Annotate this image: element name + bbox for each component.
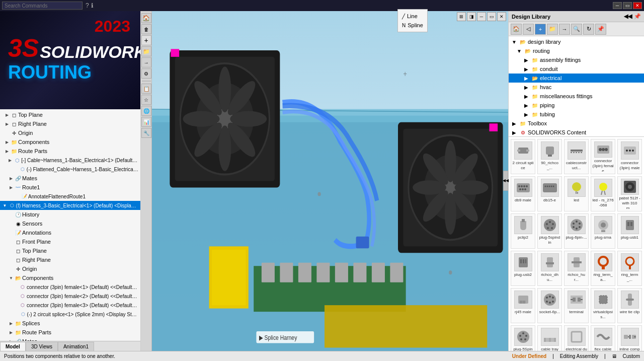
viewport-btn-shaded[interactable]: ◨ (467, 12, 476, 21)
part-db9-male[interactable]: db9 male (511, 176, 535, 211)
collapse-panel-icon[interactable]: ◀◀ (624, 13, 632, 20)
tab-animation1[interactable]: Animation1 (58, 342, 94, 351)
part-plug5spind[interactable]: plug-5Spind... (511, 325, 535, 351)
tree-toggle[interactable]: ▶ (4, 112, 10, 118)
part-flex-cable[interactable]: flex cable (591, 325, 615, 351)
part-terminal[interactable]: terminal (564, 288, 589, 323)
part-electrical-ducting[interactable]: electrical ducting (564, 325, 589, 351)
lib-refresh-btn[interactable]: ↻ (583, 24, 594, 35)
view-trash-btn[interactable]: 🗑 (141, 24, 151, 34)
part-richco-dhu[interactable]: richco_dhu... (537, 251, 562, 286)
part-plug-sma[interactable]: plug-sma (591, 213, 615, 249)
tree-item-flattened-cable[interactable]: ⬡ (-) Flattened_Cable~Harness_1-Basic_El… (0, 165, 140, 174)
part-led[interactable]: led (564, 176, 589, 211)
tree-item-origin[interactable]: ✛ Origin (0, 128, 140, 137)
tree-item-mates[interactable]: ▶ 🔗 Mates (0, 174, 140, 183)
part-2circuit-splice[interactable]: 2 circuit splice (511, 139, 535, 174)
lib-item-design-library[interactable]: ▼ 📂 design library (509, 37, 644, 46)
tree-item-components[interactable]: ▶ 📁 Components (0, 137, 140, 147)
lib-arrow-btn[interactable]: → (559, 24, 570, 35)
lib-folder-btn[interactable]: 📁 (547, 24, 558, 35)
tree-toggle[interactable]: ▶ (8, 320, 14, 326)
library-tree[interactable]: ▼ 📂 design library ▼ 📂 routing ▶ 📁 assem… (509, 36, 644, 137)
part-ring-term-a[interactable]: ring_term_a... (591, 251, 615, 286)
part-cable-tray[interactable]: cable tray (537, 325, 562, 351)
lib-search-btn[interactable]: 🔍 (571, 24, 582, 35)
tree-toggle[interactable]: ▼ (2, 202, 8, 208)
line-tool[interactable]: ╱ Line (402, 12, 423, 21)
tree-item-sensors[interactable]: ◉ Sensors (0, 219, 140, 228)
tree-item-connector-female2[interactable]: ⬡ connector (3pin) female<2> (Default) <… (0, 292, 140, 301)
minimize-button[interactable]: ─ (613, 2, 622, 9)
help-icon[interactable]: ? (86, 2, 89, 9)
tree-toggle[interactable]: ▶ (4, 139, 10, 145)
tree-item-components2[interactable]: ▼ 📂 Components (0, 273, 140, 282)
lib-item-misc-fittings[interactable]: ▶ 📁 miscellaneous fittings (509, 92, 644, 101)
viewport[interactable]: ⊞ ◨ ─ ▭ ✕ (141, 11, 508, 351)
part-plug5spindin[interactable]: plug-5spindin (537, 213, 562, 249)
part-plug-usb1[interactable]: plug-usb1 (617, 213, 642, 249)
lib-home-btn[interactable]: 🏠 (511, 24, 522, 35)
tree-item-top-plane[interactable]: ▶ ◻ Top Plane (0, 110, 140, 119)
tree-item-origin2[interactable]: ✛ Origin (0, 264, 140, 273)
part-plug6pin[interactable]: plug-6pin-... (564, 213, 589, 249)
tree-toggle[interactable]: ▶ (7, 157, 13, 163)
tree-item-splices[interactable]: ▶ 📁 Splices (0, 319, 140, 328)
tab-3d-views[interactable]: 3D Views (26, 342, 58, 351)
viewport-btn-close[interactable]: ✕ (497, 12, 506, 21)
search-commands-input[interactable] (2, 2, 83, 10)
part-wire-tie-clip[interactable]: wire tie clip (617, 288, 642, 323)
close-button[interactable]: ✕ (633, 2, 642, 9)
part-ring-term-b[interactable]: ring_term_... (617, 251, 642, 286)
tree-item-history[interactable]: 🕐 History (0, 210, 140, 219)
part-cableconstruct[interactable]: cableconstruct... (564, 139, 589, 174)
tree-item-top-plane2[interactable]: ◻ Top Plane (0, 246, 140, 255)
lib-pin-btn[interactable]: 📌 (595, 24, 606, 35)
tree-toggle[interactable]: ▶ (8, 329, 14, 335)
tree-item-annotate-route[interactable]: 📝 AnnotateFlattenedRoute1 (0, 192, 140, 201)
view-star-btn[interactable]: ☆ (141, 95, 151, 105)
part-inline-components[interactable]: inline components (617, 325, 642, 351)
lib-item-hvac[interactable]: ▶ 📁 hvac (509, 83, 644, 92)
view-add-btn[interactable]: + (141, 35, 151, 45)
view-settings-btn[interactable]: ⚙ (141, 68, 151, 79)
parts-grid[interactable]: 2 circuit splice 90_richco_... cablecons… (509, 137, 644, 351)
tree-item-right-plane[interactable]: ▶ ◻ Right Plane (0, 119, 140, 128)
tree-item-mates2[interactable]: ▶ 🔗 Mates (0, 337, 140, 341)
feature-tree[interactable]: ▶ ◻ Top Plane ▶ ◻ Right Plane ✛ (0, 109, 140, 341)
viewport-btn-restore[interactable]: ▭ (487, 12, 496, 21)
tree-item-harness3[interactable]: ▼ ⬡ (f) Harness_3-Basic_Electrical<1> (D… (0, 201, 140, 210)
view-arrow-btn[interactable]: → (141, 57, 151, 67)
part-connector-3pin-male[interactable]: connector (3pin) male (617, 139, 642, 174)
tree-item-cable-harness[interactable]: ▶ ⬡ [-] Cable~Harness_1-Basic_Electrical… (0, 156, 140, 165)
tree-toggle[interactable]: ▶ (8, 184, 14, 190)
view-globe-btn[interactable]: 🌐 (141, 106, 151, 116)
view-folder-btn[interactable]: 📁 (141, 46, 151, 56)
part-rj45-male[interactable]: rj45 male (511, 288, 535, 323)
tree-item-annotations[interactable]: 📝 Annotations (0, 228, 140, 237)
part-pabst512f[interactable]: pabst 512f - with 310 m... (617, 176, 642, 211)
tree-toggle[interactable]: ▶ (8, 175, 14, 181)
lib-back-btn[interactable]: ◁ (523, 24, 534, 35)
pin-icon[interactable]: 📌 (634, 13, 641, 20)
tree-toggle[interactable]: ▼ (8, 275, 14, 281)
tree-item-route-parts2[interactable]: ▶ 📁 Route Parts (0, 328, 140, 337)
tree-item-circuit-splice[interactable]: ⬡ (-) 2 circuit splice<1> (Splice 2mm) <… (0, 310, 140, 319)
part-connector-3pin-female[interactable]: connector (3pin) female (591, 139, 615, 174)
view-home-btn[interactable]: 🏠 (141, 13, 151, 23)
spline-tool[interactable]: N Spline (402, 21, 423, 30)
tree-item-connector-female1[interactable]: ⬡ connector (3pin) female<1> (Default) <… (0, 282, 140, 292)
lib-item-conduit[interactable]: ▶ 📁 conduit (509, 64, 644, 74)
viewport-btn-minimize[interactable]: ─ (477, 12, 486, 21)
tree-item-right-plane2[interactable]: ◻ Right Plane (0, 255, 140, 264)
tree-item-front-plane[interactable]: ◻ Front Plane (0, 237, 140, 246)
part-pclip2[interactable]: pclip2 (511, 213, 535, 249)
lib-item-tubing[interactable]: ▶ 📁 tubing (509, 110, 644, 119)
view-tools-btn[interactable]: 🔧 (141, 128, 151, 138)
tab-model[interactable]: Model (0, 342, 26, 351)
tree-toggle[interactable]: ▶ (4, 148, 10, 154)
info-icon[interactable]: ℹ (91, 2, 94, 9)
restore-button[interactable]: ▭ (623, 2, 632, 9)
part-db15e[interactable]: db15-e (537, 176, 562, 211)
part-socket-6p[interactable]: socket-6p... (537, 288, 562, 323)
